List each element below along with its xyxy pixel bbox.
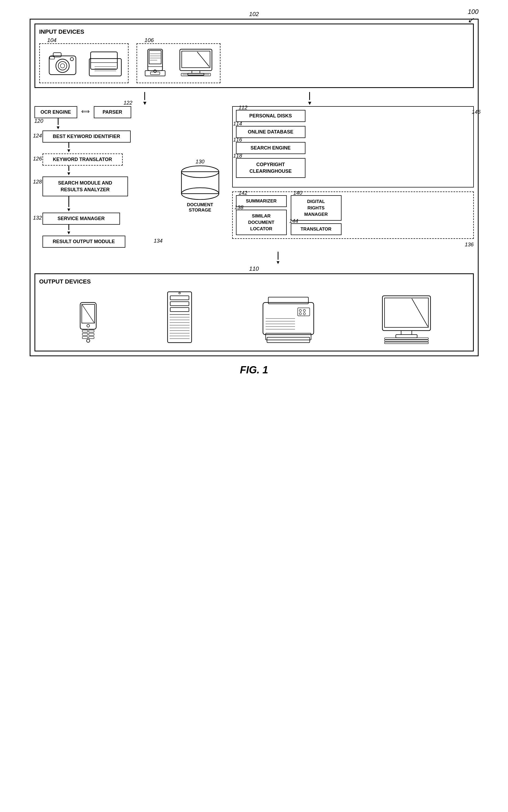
ref-104-container: 104 xyxy=(39,43,129,83)
svg-rect-24 xyxy=(182,51,210,68)
svg-rect-39 xyxy=(89,330,94,332)
ref-134-label: 134 xyxy=(154,238,163,244)
input-devices-label: INPUT DEVICES xyxy=(39,28,469,35)
vline-6 xyxy=(69,196,69,207)
ref-130-label: 130 xyxy=(196,159,204,165)
svg-rect-38 xyxy=(82,330,88,332)
svg-rect-27 xyxy=(188,73,204,75)
digital-rights-box: DIGITALRIGHTSMANAGER xyxy=(291,195,341,221)
service-manager-container: 132 SERVICE MANAGER xyxy=(35,212,168,225)
svg-rect-4 xyxy=(53,53,61,57)
svg-rect-74 xyxy=(382,296,430,331)
output-devices-label: OUTPUT DEVICES xyxy=(39,278,469,285)
translator-container: 144 TRANSLATOR xyxy=(291,223,341,235)
copyright-box: COPYRIGHTCLEARINGHOUSE xyxy=(236,158,305,178)
svg-rect-41 xyxy=(89,333,94,336)
pda-icon xyxy=(141,48,170,79)
copyright-container: 118 COPYRIGHTCLEARINGHOUSE xyxy=(236,158,470,178)
right-bordered-group: 146 112 PERSONAL DISKS 114 ONLINE DATABA… xyxy=(232,106,474,188)
mobile-output-icon xyxy=(75,301,101,344)
middle-col: 130 DOCUMENTSTORAGE xyxy=(173,106,227,248)
dashed-box-106 xyxy=(136,43,220,83)
main-processing-outer: INPUT DEVICES 104 xyxy=(30,19,479,356)
svg-rect-7 xyxy=(89,59,121,76)
svg-point-59 xyxy=(179,292,180,294)
vline-7 xyxy=(69,225,69,230)
full-diagram: 100 ↙ 102 INPUT DEVICES 104 xyxy=(30,11,479,376)
arrow-to-ocr: ▼ xyxy=(142,92,147,106)
keyword-translator-container: 126 KEYWORD TRANSLATOR xyxy=(35,154,168,165)
svg-rect-75 xyxy=(385,298,428,327)
svg-point-44 xyxy=(87,339,90,342)
ref-136-label: 136 xyxy=(232,241,474,248)
svg-point-37 xyxy=(87,324,89,327)
online-database-box: ONLINE DATABASE xyxy=(236,126,305,138)
arrowhead-6: ▼ xyxy=(67,207,71,212)
best-keyword-box: BEST KEYWORD IDENTIFIER xyxy=(42,130,131,143)
arrowhead-5: ▼ xyxy=(67,171,71,177)
svg-rect-81 xyxy=(385,342,428,344)
svg-line-25 xyxy=(197,52,209,67)
right-services-sub: 140 DIGITALRIGHTSMANAGER 144 TRANSLATOR xyxy=(291,195,341,235)
ref-146-label: 146 xyxy=(472,109,480,115)
arrowhead-7: ▼ xyxy=(67,230,71,236)
ref-104: 104 xyxy=(47,37,57,43)
vline-2 xyxy=(309,92,310,100)
svg-rect-13 xyxy=(148,49,163,71)
arrows-from-input: ▼ ▼ xyxy=(31,92,478,106)
arrow-to-keyword: ▼ xyxy=(56,118,61,130)
similar-doc-box: SIMILARDOCUMENTLOCATOR xyxy=(236,210,287,235)
vline-3 xyxy=(58,118,58,125)
vline-4 xyxy=(69,143,69,148)
fig-label: FIG. 1 xyxy=(30,364,479,376)
svg-rect-78 xyxy=(396,335,417,338)
right-col: 146 112 PERSONAL DISKS 114 ONLINE DATABA… xyxy=(232,106,474,248)
desktop-icon xyxy=(176,48,216,79)
svg-point-3 xyxy=(60,64,65,68)
personal-disks-container: 112 PERSONAL DISKS xyxy=(236,110,470,122)
ocr-container: 120 OCR ENGINE xyxy=(35,106,77,118)
search-engine-container: 116 SEARCH ENGINE xyxy=(236,142,470,154)
svg-line-36 xyxy=(82,305,94,322)
svg-rect-42 xyxy=(82,337,88,339)
svg-rect-32 xyxy=(181,172,219,194)
ref-124-label: 124 xyxy=(33,133,42,139)
doc-storage-label: DOCUMENTSTORAGE xyxy=(179,202,221,213)
svg-rect-48 xyxy=(170,308,189,312)
result-output-container: 134 RESULT OUTPUT MODULE xyxy=(35,236,168,248)
online-db-container: 114 ONLINE DATABASE xyxy=(236,126,470,138)
arrow-head-2: ▼ xyxy=(307,100,312,106)
arrow-to-output-devices: ▼ xyxy=(79,252,478,265)
best-keyword-container: 124 BEST KEYWORD IDENTIFIER xyxy=(35,130,168,143)
monitor-output-icon xyxy=(380,295,433,344)
service-manager-box: SERVICE MANAGER xyxy=(42,212,120,225)
svg-rect-80 xyxy=(385,340,428,342)
ref-106: 106 xyxy=(144,37,154,43)
ref-122-label: 122 xyxy=(123,100,132,106)
ref-102-label: 102 xyxy=(30,11,479,17)
ocr-engine-box: OCR ENGINE xyxy=(35,106,77,118)
arrowhead-3: ▼ xyxy=(56,125,61,130)
dashed-box-104 xyxy=(39,43,129,83)
tower-output-icon xyxy=(162,291,197,344)
output-devices-box: OUTPUT DEVICES xyxy=(35,273,474,351)
digital-rights-container: 140 DIGITALRIGHTSMANAGER xyxy=(291,195,341,221)
processing-area: 120 OCR ENGINE ⟺ 122 PARSER ▼ xyxy=(31,106,478,252)
arrowhead-output: ▼ xyxy=(276,260,281,265)
svg-rect-43 xyxy=(89,337,94,339)
vline-1 xyxy=(144,92,145,100)
double-arrow: ⟺ xyxy=(81,108,90,115)
keyword-translator-box: KEYWORD TRANSLATOR xyxy=(42,154,123,165)
svg-rect-46 xyxy=(170,296,189,300)
svg-rect-47 xyxy=(170,302,189,306)
scanner-icon xyxy=(87,48,124,79)
svg-point-1 xyxy=(56,59,69,73)
ref-120-label: 120 xyxy=(35,118,43,124)
result-output-box: RESULT OUTPUT MODULE xyxy=(42,236,125,248)
svg-rect-40 xyxy=(82,333,88,336)
ref-128-label: 128 xyxy=(33,179,42,185)
svg-point-66 xyxy=(303,309,305,312)
arrowhead-4: ▼ xyxy=(67,148,71,154)
similar-doc-container: 138 SIMILARDOCUMENTLOCATOR xyxy=(236,210,287,235)
arrow-to-parser: ▼ xyxy=(307,92,312,106)
